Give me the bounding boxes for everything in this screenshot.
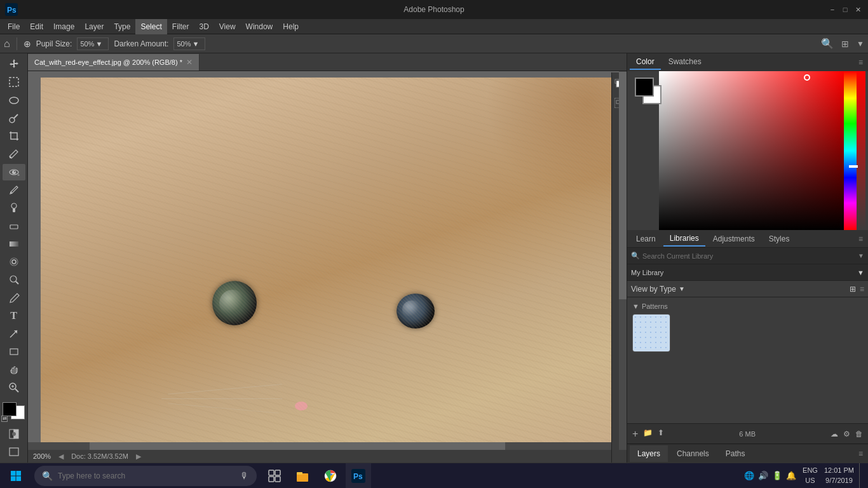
- library-settings-icon[interactable]: ⚙: [843, 430, 850, 438]
- lib-search-dropdown-arrow[interactable]: ▼: [858, 252, 864, 259]
- eraser-tool[interactable]: [3, 217, 25, 234]
- patterns-collapse-icon[interactable]: ▼: [632, 302, 639, 310]
- lib-search-icon: 🔍: [631, 252, 640, 260]
- type-tool[interactable]: T: [3, 308, 25, 324]
- panel-menu-icon[interactable]: ≡: [856, 58, 865, 67]
- canvas-area: Cat_with_red-eye_effect.jpg @ 200% (RGB/…: [28, 53, 627, 463]
- screen-mode-button[interactable]: [3, 444, 25, 460]
- chrome-button[interactable]: [318, 463, 343, 489]
- foreground-color-swatch[interactable]: [635, 78, 654, 97]
- home-icon[interactable]: ⌂: [4, 38, 10, 50]
- lasso-tool[interactable]: [3, 92, 25, 109]
- upload-icon[interactable]: ⬆: [658, 428, 664, 440]
- taskbar-search-box[interactable]: 🔍 🎙: [34, 466, 257, 486]
- move-tool[interactable]: [3, 56, 25, 72]
- tab-adjustments[interactable]: Adjustments: [707, 231, 761, 247]
- menu-window[interactable]: Window: [241, 19, 278, 34]
- path-select-tool[interactable]: [3, 325, 25, 342]
- quick-select-tool[interactable]: [3, 110, 25, 126]
- menu-edit[interactable]: Edit: [25, 19, 48, 34]
- layers-panel-menu-icon[interactable]: ≡: [856, 449, 865, 458]
- fg-color-swatch[interactable]: [3, 402, 17, 416]
- list-view-icon[interactable]: ≡: [860, 285, 864, 294]
- brush-tool[interactable]: [3, 182, 25, 198]
- taskbar-mic-icon[interactable]: 🎙: [240, 471, 249, 481]
- expand-icon[interactable]: ▼: [857, 39, 864, 48]
- notification-icon[interactable]: 🔔: [786, 471, 796, 480]
- search-icon[interactable]: 🔍: [821, 37, 834, 50]
- tab-color[interactable]: Color: [630, 55, 661, 70]
- library-search-input[interactable]: [642, 252, 855, 260]
- menu-help[interactable]: Help: [278, 19, 304, 34]
- minimize-button[interactable]: −: [827, 4, 837, 15]
- lib-panel-options[interactable]: ≡: [856, 234, 865, 243]
- color-saturation-field[interactable]: [659, 71, 844, 230]
- canvas-viewport[interactable]: [28, 71, 627, 450]
- delete-icon[interactable]: 🗑: [855, 430, 863, 438]
- tab-styles[interactable]: Styles: [763, 231, 796, 247]
- fg-bg-color-swatch[interactable]: ⇄: [0, 400, 27, 424]
- nav-prev[interactable]: ◀: [58, 452, 64, 461]
- dodge-tool[interactable]: [3, 271, 25, 288]
- menu-filter[interactable]: Filter: [167, 19, 194, 34]
- taskbar-search-input[interactable]: [58, 471, 235, 480]
- pen-tool[interactable]: [3, 289, 25, 306]
- color-hue-slider[interactable]: [844, 71, 857, 230]
- photoshop-button[interactable]: Ps: [346, 463, 371, 489]
- clone-stamp-tool[interactable]: [3, 200, 25, 216]
- layers-panel-options[interactable]: ≡: [856, 449, 865, 458]
- canvas-tab-close[interactable]: ✕: [186, 58, 193, 67]
- marquee-tool[interactable]: [3, 74, 25, 90]
- new-folder-icon[interactable]: 📁: [643, 428, 653, 440]
- tab-channels[interactable]: Channels: [669, 445, 717, 462]
- red-eye-tool[interactable]: +: [3, 164, 25, 180]
- file-explorer-button[interactable]: [290, 463, 315, 489]
- my-library-dropdown[interactable]: My Library ▼: [627, 264, 868, 281]
- quick-mask-button[interactable]: [3, 426, 25, 442]
- darken-amount-dropdown[interactable]: 50% ▼: [173, 37, 205, 50]
- grid-view-icon[interactable]: ⊞: [850, 285, 856, 294]
- tab-libraries[interactable]: Libraries: [663, 231, 705, 247]
- cloud-sync-icon[interactable]: ☁: [831, 430, 838, 438]
- lib-panel-menu-icon[interactable]: ≡: [856, 234, 865, 243]
- title-bar-controls[interactable]: − □ ✕: [827, 4, 863, 15]
- arrange-icon[interactable]: ⊞: [841, 39, 849, 49]
- crop-tool[interactable]: [3, 128, 25, 144]
- taskbar-clock[interactable]: 12:01 PM 9/7/2019: [824, 466, 854, 485]
- show-desktop-button[interactable]: [859, 463, 863, 489]
- pattern-item-1[interactable]: [632, 314, 670, 352]
- tab-learn[interactable]: Learn: [630, 231, 662, 247]
- pupil-size-dropdown[interactable]: 50% ▼: [77, 37, 109, 50]
- zoom-tool[interactable]: [3, 379, 25, 396]
- menu-image[interactable]: Image: [48, 19, 79, 34]
- home-button-area[interactable]: ⌂: [4, 38, 10, 50]
- horizontal-scrollbar[interactable]: [28, 442, 627, 450]
- add-item-icon[interactable]: +: [632, 428, 638, 440]
- menu-3d[interactable]: 3D: [194, 19, 214, 34]
- nav-next[interactable]: ▶: [136, 452, 141, 461]
- menu-type[interactable]: Type: [109, 19, 135, 34]
- tab-layers[interactable]: Layers: [630, 445, 668, 462]
- gradient-tool[interactable]: [3, 236, 25, 252]
- swap-colors-icon[interactable]: ⇄: [1, 416, 8, 422]
- task-view-button[interactable]: [262, 463, 287, 489]
- canvas-tab-main[interactable]: Cat_with_red-eye_effect.jpg @ 200% (RGB/…: [28, 54, 200, 71]
- maximize-button[interactable]: □: [840, 4, 850, 15]
- color-alpha-slider[interactable]: [857, 71, 865, 230]
- start-button[interactable]: [0, 463, 32, 489]
- tab-paths[interactable]: Paths: [718, 445, 753, 462]
- view-by-type[interactable]: View by Type ▼: [631, 285, 685, 294]
- color-panel-options[interactable]: ≡: [856, 58, 865, 67]
- library-search[interactable]: 🔍 ▼: [627, 248, 868, 264]
- vertical-scrollbar[interactable]: [619, 71, 627, 450]
- close-button[interactable]: ✕: [853, 4, 863, 15]
- menu-layer[interactable]: Layer: [79, 19, 109, 34]
- blur-tool[interactable]: [3, 254, 25, 270]
- menu-file[interactable]: File: [3, 19, 25, 34]
- tab-swatches[interactable]: Swatches: [662, 55, 708, 70]
- shape-tool[interactable]: [3, 343, 25, 360]
- menu-select[interactable]: Select: [135, 19, 166, 34]
- hand-tool[interactable]: [3, 362, 25, 378]
- eyedropper-tool[interactable]: [3, 146, 25, 162]
- menu-view[interactable]: View: [214, 19, 241, 34]
